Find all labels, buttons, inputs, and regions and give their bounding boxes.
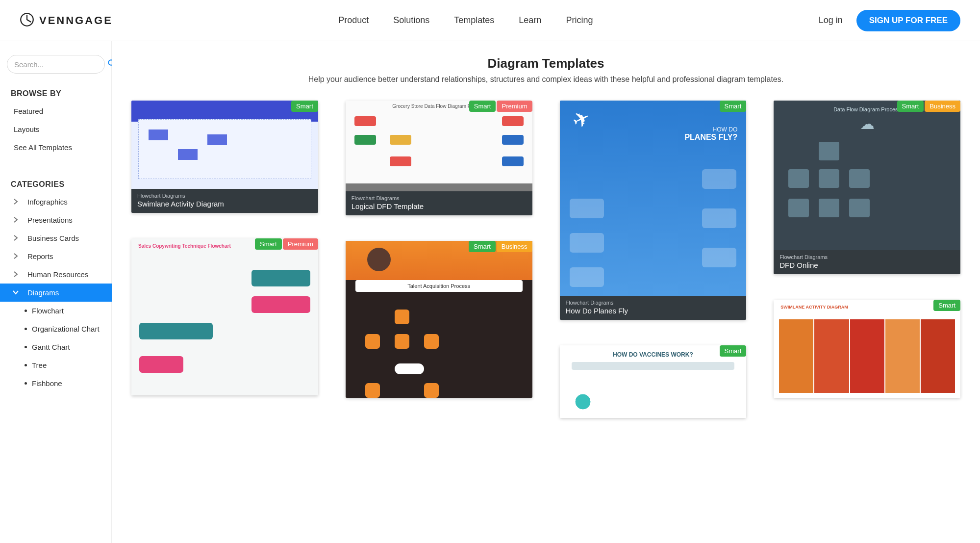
sub-flowchart[interactable]: Flowchart bbox=[25, 302, 112, 320]
badge-business: Business bbox=[925, 101, 960, 112]
card-title: Logical DFD Template bbox=[352, 202, 527, 210]
search-icon[interactable] bbox=[107, 59, 112, 70]
bullet-icon bbox=[25, 364, 27, 366]
nav-templates[interactable]: Templates bbox=[454, 15, 494, 26]
badge-premium: Premium bbox=[497, 101, 532, 112]
nav-solutions[interactable]: Solutions bbox=[393, 15, 429, 26]
template-card-planes[interactable]: Smart ✈ HOW DOPLANES FLY? Flowchart Diag… bbox=[560, 101, 747, 320]
badge-smart: Smart bbox=[720, 101, 747, 112]
badge-smart: Smart bbox=[720, 345, 747, 357]
chevron-down-icon bbox=[13, 288, 19, 297]
search-box[interactable] bbox=[7, 55, 105, 74]
card-title: DFD Online bbox=[779, 261, 955, 269]
template-thumbnail: Grocery Store Data Flow Diagram Process bbox=[346, 101, 532, 191]
cat-diagrams[interactable]: Diagrams bbox=[0, 284, 112, 302]
cat-label: Reports bbox=[27, 252, 53, 260]
header: VENNGAGE Product Solutions Templates Lea… bbox=[0, 0, 980, 41]
card-category: Flowchart Diagrams bbox=[566, 300, 741, 306]
plane-icon: ✈ bbox=[568, 105, 594, 134]
header-right: Log in SIGN UP FOR FREE bbox=[819, 10, 960, 31]
badge-smart: Smart bbox=[255, 238, 282, 250]
badge-smart: Smart bbox=[897, 101, 924, 112]
chevron-right-icon bbox=[13, 234, 19, 242]
template-card-swimlane[interactable]: Smart Flowchart Diagrams Swimlane Activi… bbox=[131, 101, 318, 213]
card-title: How Do Planes Fly bbox=[566, 307, 741, 315]
bullet-icon bbox=[25, 382, 27, 385]
chevron-right-icon bbox=[13, 216, 19, 224]
main-nav: Product Solutions Templates Learn Pricin… bbox=[338, 15, 593, 26]
cat-business-cards[interactable]: Business Cards bbox=[0, 229, 112, 247]
sub-gantt-chart[interactable]: Gantt Chart bbox=[25, 338, 112, 356]
cat-label: Infographics bbox=[27, 198, 68, 206]
card-category: Flowchart Diagrams bbox=[779, 254, 955, 260]
cat-reports[interactable]: Reports bbox=[0, 247, 112, 265]
template-thumbnail: Data Flow Diagram Process ☁ bbox=[774, 101, 960, 250]
template-thumbnail: Sales Copywriting Technique Flowchart bbox=[131, 238, 318, 395]
categories-title: CATEGORIES bbox=[0, 174, 112, 193]
bullet-icon bbox=[25, 346, 27, 348]
cat-human-resources[interactable]: Human Resources bbox=[0, 265, 112, 284]
sub-organizational-chart[interactable]: Organizational Chart bbox=[25, 320, 112, 338]
card-title: Swimlane Activity Diagram bbox=[137, 200, 312, 208]
template-thumbnail: Talent Acquisition Process bbox=[346, 241, 532, 398]
sidebar[interactable]: BROWSE BY Featured Layouts See All Templ… bbox=[0, 41, 112, 543]
cat-presentations[interactable]: Presentations bbox=[0, 211, 112, 229]
badge-premium: Premium bbox=[283, 238, 318, 250]
template-card-vaccine[interactable]: Smart HOW DO VACCINES WORK? bbox=[560, 345, 747, 418]
browse-by-title: BROWSE BY bbox=[0, 83, 112, 102]
signup-button[interactable]: SIGN UP FOR FREE bbox=[856, 10, 960, 31]
template-thumbnail: SWIMLANE ACTIVITY DIAGRAM bbox=[774, 300, 960, 398]
sub-fishbone[interactable]: Fishbone bbox=[25, 374, 112, 392]
template-card-sales[interactable]: Smart Premium Sales Copywriting Techniqu… bbox=[131, 238, 318, 395]
nav-pricing[interactable]: Pricing bbox=[566, 15, 593, 26]
template-thumbnail: ✈ HOW DOPLANES FLY? bbox=[560, 101, 747, 296]
logo-icon bbox=[20, 12, 34, 29]
main-content[interactable]: Diagram Templates Help your audience bet… bbox=[112, 41, 980, 543]
badge-business: Business bbox=[497, 241, 532, 252]
svg-point-1 bbox=[108, 60, 112, 65]
nav-product[interactable]: Product bbox=[338, 15, 369, 26]
logo-text: VENNGAGE bbox=[39, 14, 113, 27]
browse-featured[interactable]: Featured bbox=[0, 102, 112, 120]
card-category: Flowchart Diagrams bbox=[352, 195, 527, 201]
page-title: Diagram Templates bbox=[131, 56, 960, 71]
cat-label: Business Cards bbox=[27, 234, 79, 242]
nav-learn[interactable]: Learn bbox=[519, 15, 541, 26]
badge-smart: Smart bbox=[291, 101, 318, 112]
template-card-dfd-logical[interactable]: Smart Premium Grocery Store Data Flow Di… bbox=[346, 101, 532, 215]
bullet-icon bbox=[25, 328, 27, 330]
chevron-right-icon bbox=[13, 270, 19, 279]
browse-layouts[interactable]: Layouts bbox=[0, 120, 112, 138]
template-card-dfd-online[interactable]: Smart Business Data Flow Diagram Process… bbox=[774, 101, 960, 274]
template-card-talent[interactable]: Smart Business Talent Acquisition Proces… bbox=[346, 241, 532, 398]
sub-tree[interactable]: Tree bbox=[25, 356, 112, 374]
template-thumbnail bbox=[131, 101, 318, 189]
browse-see-all[interactable]: See All Templates bbox=[0, 138, 112, 156]
badge-smart: Smart bbox=[469, 241, 496, 252]
cat-infographics[interactable]: Infographics bbox=[0, 193, 112, 211]
cloud-icon: ☁ bbox=[860, 115, 875, 132]
diagrams-subcategories: Flowchart Organizational Chart Gantt Cha… bbox=[0, 302, 112, 392]
cat-label: Human Resources bbox=[27, 270, 88, 279]
search-input[interactable] bbox=[14, 60, 107, 69]
card-category: Flowchart Diagrams bbox=[137, 193, 312, 199]
template-card-orange-swimlane[interactable]: Smart SWIMLANE ACTIVITY DIAGRAM bbox=[774, 300, 960, 398]
page-subtitle: Help your audience better understand rel… bbox=[131, 75, 960, 84]
badge-smart: Smart bbox=[469, 101, 496, 112]
chevron-right-icon bbox=[13, 198, 19, 206]
template-grid: Smart Flowchart Diagrams Swimlane Activi… bbox=[131, 101, 960, 443]
login-link[interactable]: Log in bbox=[819, 15, 843, 26]
cat-label: Presentations bbox=[27, 216, 73, 224]
logo[interactable]: VENNGAGE bbox=[20, 12, 113, 29]
chevron-right-icon bbox=[13, 252, 19, 260]
bullet-icon bbox=[25, 310, 27, 312]
badge-smart: Smart bbox=[933, 300, 960, 311]
cat-label: Diagrams bbox=[27, 288, 59, 297]
